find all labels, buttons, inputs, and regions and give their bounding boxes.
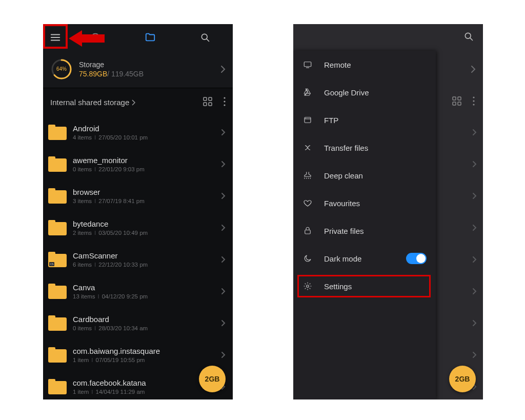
svg-point-19 — [473, 96, 474, 98]
chevron-right-icon — [436, 212, 477, 244]
svg-point-25 — [306, 118, 306, 118]
chevron-right-icon — [221, 192, 226, 199]
chevron-right-icon — [436, 180, 477, 212]
chevron-right-icon — [436, 307, 477, 339]
folder-icon — [48, 379, 67, 394]
drawer-item-gdrive[interactable]: Google Drive — [293, 78, 436, 106]
drawer-item-remote[interactable]: Remote — [293, 51, 436, 78]
gear-icon — [302, 281, 313, 291]
right-screenshot: RemoteGoogle DriveFTPTransfer filesDeep … — [293, 24, 483, 399]
file-meta: 0 itemsI22/01/20 9:03 pm — [73, 166, 217, 172]
folder-tab-icon[interactable] — [145, 32, 156, 43]
breadcrumb-label[interactable]: Internal shared storage — [50, 98, 129, 107]
file-list: Android4 itemsI27/05/20 10:01 pmaweme_mo… — [43, 116, 233, 399]
chevron-right-icon — [220, 65, 226, 73]
file-row[interactable]: aweme_monitor0 itemsI22/01/20 9:03 pm — [43, 148, 233, 180]
drawer-item-label: Private files — [324, 227, 364, 235]
svg-line-3 — [207, 39, 209, 42]
drawer-item-private[interactable]: Private files — [293, 217, 436, 245]
grid-view-icon[interactable] — [203, 97, 212, 108]
storage-percent: 64% — [56, 66, 67, 72]
file-meta: 0 itemsI28/03/20 10:34 am — [73, 325, 217, 331]
svg-point-11 — [224, 101, 225, 102]
storage-title: Storage — [79, 61, 144, 69]
folder-icon — [48, 125, 67, 140]
search-icon[interactable] — [200, 32, 210, 43]
storage-separator: / — [107, 70, 109, 78]
file-name: bytedance — [73, 219, 217, 228]
file-name: CamScanner — [73, 251, 217, 260]
drawer-item-favourites[interactable]: Favourites — [293, 189, 436, 217]
fab-label: 2GB — [455, 375, 470, 383]
chevron-right-icon — [436, 339, 477, 371]
fab-label: 2GB — [205, 375, 220, 383]
file-meta: 6 itemsI22/12/20 10:33 pm — [73, 262, 217, 268]
top-bar — [43, 24, 233, 51]
drawer-item-darkmode[interactable]: Dark mode — [293, 245, 436, 272]
svg-rect-22 — [304, 62, 311, 67]
storage-ring-icon: 64% — [50, 58, 73, 81]
file-row[interactable]: CSCamScanner6 itemsI22/12/20 10:33 pm — [43, 244, 233, 275]
svg-point-21 — [473, 104, 474, 105]
hamburger-icon[interactable] — [50, 32, 61, 43]
svg-rect-8 — [204, 103, 207, 106]
file-row[interactable]: com.baiwang.instasquare1 itemI07/05/19 1… — [43, 339, 233, 371]
file-name: Cardboard — [73, 315, 217, 324]
file-name: com.facebook.katana — [73, 378, 217, 387]
drawer-item-label: Remote — [324, 61, 351, 69]
file-row[interactable]: Cardboard0 itemsI28/03/20 10:34 am — [43, 307, 233, 339]
moon-icon — [302, 253, 313, 264]
drawer-item-settings[interactable]: Settings — [293, 272, 436, 300]
file-row[interactable]: Android4 itemsI27/05/20 10:01 pm — [43, 116, 233, 148]
file-row[interactable]: Canva13 itemsI04/12/20 9:25 pm — [43, 275, 233, 307]
svg-point-10 — [224, 97, 225, 98]
dark-mode-toggle[interactable] — [406, 253, 427, 264]
chevron-right-icon — [471, 65, 476, 73]
drawer-item-ftp[interactable]: FTP — [293, 106, 436, 134]
more-vert-icon[interactable] — [224, 97, 226, 108]
file-row[interactable]: bytedance2 itemsI03/05/20 10:49 pm — [43, 212, 233, 244]
svg-rect-17 — [453, 102, 456, 105]
breadcrumb-bar: Internal shared storage — [43, 88, 233, 116]
svg-rect-7 — [209, 97, 212, 101]
storage-summary-row[interactable]: 64% Storage 75.89GB/ 119.45GB — [43, 51, 233, 88]
chevron-right-icon — [436, 116, 477, 148]
file-meta: 1 itemI14/04/19 11:29 am — [73, 389, 217, 395]
folder-icon — [48, 156, 67, 172]
drawer-item-label: Transfer files — [324, 144, 368, 152]
drawer-item-transfer[interactable]: Transfer files — [293, 134, 436, 162]
svg-rect-9 — [209, 103, 212, 106]
drawer-item-deepclean[interactable]: Deep clean — [293, 162, 436, 189]
more-vert-icon[interactable] — [473, 96, 475, 108]
file-name: aweme_monitor — [73, 156, 217, 165]
drawer-item-label: Google Drive — [324, 88, 369, 97]
left-screenshot: 64% Storage 75.89GB/ 119.45GB Internal s… — [43, 24, 233, 399]
drawer-item-label: Deep clean — [324, 171, 363, 180]
file-name: com.baiwang.instasquare — [73, 347, 217, 355]
search-icon[interactable] — [463, 31, 474, 44]
chevron-right-icon — [221, 224, 226, 231]
chevron-right-icon — [221, 256, 226, 263]
chevron-right-icon — [221, 288, 226, 295]
svg-rect-15 — [453, 97, 456, 100]
ftp-icon — [302, 115, 313, 125]
file-meta: 13 itemsI04/12/20 9:25 pm — [73, 293, 217, 299]
folder-icon — [48, 284, 67, 299]
clean-icon — [302, 170, 313, 181]
chevron-right-icon — [436, 275, 477, 307]
top-bar — [293, 24, 483, 51]
chevron-right-icon — [436, 148, 477, 180]
svg-point-27 — [307, 285, 309, 288]
file-row[interactable]: browser3 itemsI27/07/19 8:41 pm — [43, 180, 233, 212]
folder-icon — [48, 315, 67, 331]
drawer-item-label: Favourites — [324, 199, 360, 208]
background-file-list — [436, 51, 483, 399]
cleanup-fab[interactable]: 2GB — [449, 366, 476, 392]
recent-icon[interactable] — [90, 32, 100, 43]
drawer-item-label: Settings — [324, 282, 352, 291]
grid-view-icon[interactable] — [452, 96, 461, 108]
file-meta: 1 itemI07/05/19 10:55 pm — [73, 357, 217, 363]
folder-icon: CS — [48, 252, 67, 267]
cleanup-fab[interactable]: 2GB — [199, 366, 226, 392]
svg-rect-6 — [204, 97, 207, 101]
